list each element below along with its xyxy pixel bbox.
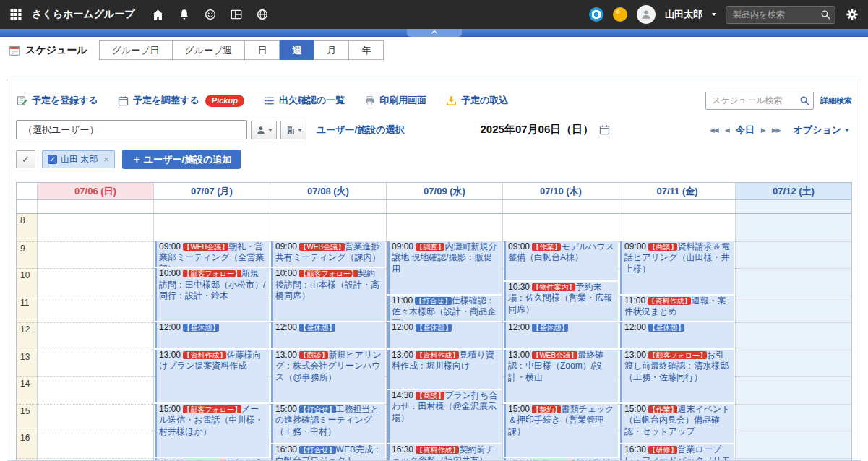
view-tab-4[interactable]: 月 — [314, 40, 349, 60]
event[interactable]: 12:00 【昼休憩】 — [504, 322, 618, 348]
time-slot[interactable] — [736, 268, 851, 296]
attendance-list-link[interactable]: 出欠確認の一覧 — [263, 94, 345, 107]
next-week-button[interactable]: ▶ — [761, 126, 765, 134]
user-picker-button[interactable] — [251, 121, 277, 139]
event[interactable]: 09:00 【作業】モデルハウス整備（白帆台A棟） — [504, 241, 618, 280]
chevron-down-icon[interactable] — [712, 13, 716, 16]
event[interactable]: 09:00 【調査】内灘町新規分譲地 現地確認/撮影：販促用 — [387, 241, 502, 294]
prev-month-button[interactable]: ◀◀ — [710, 126, 718, 134]
time-slot[interactable] — [38, 458, 153, 461]
next-month-button[interactable]: ▶▶ — [772, 126, 781, 134]
time-slot[interactable] — [38, 214, 153, 241]
advanced-search-link[interactable]: 詳細検索 — [820, 95, 852, 106]
allday-cell-3[interactable] — [386, 200, 502, 213]
user-facility-select-link[interactable]: ユーザー/施設の選択 — [317, 124, 405, 137]
event[interactable]: 10:00 【顧客フォロー】新規訪問：田中様邸（小松市）/同行：設計・鈴木 — [155, 268, 269, 321]
event[interactable]: 17:00 【資料作成】日報作成 — [155, 458, 269, 461]
time-slot[interactable] — [736, 350, 851, 377]
view-tab-0[interactable]: グループ日 — [99, 40, 173, 60]
event[interactable]: 10:00 【顧客フォロー】契約後訪問：山本様（設計・高橋同席） — [271, 268, 385, 321]
event[interactable]: 12:00 【昼休憩】 — [620, 322, 734, 348]
today-button[interactable]: 今日 — [736, 124, 755, 137]
service-blue-icon[interactable] — [589, 7, 603, 22]
event[interactable]: 16:30 【資料作成】契約前チェック資料（社内共有） — [387, 444, 502, 461]
time-slot[interactable] — [736, 322, 851, 350]
event[interactable]: 10:30 【物件案内】予約来場：佐久間様（営業・広報同席） — [504, 282, 618, 321]
time-slot[interactable] — [503, 214, 619, 241]
portal-layout-icon[interactable] — [230, 8, 243, 21]
time-slot[interactable] — [736, 404, 851, 431]
select-all-button[interactable]: ✓ — [16, 150, 35, 168]
day-header-4[interactable]: 07/10 (木) — [502, 183, 619, 199]
service-yellow-icon[interactable] — [613, 7, 627, 22]
time-slot[interactable] — [270, 214, 386, 241]
collapse-header-tab[interactable] — [407, 29, 462, 37]
allday-cell-0[interactable] — [37, 200, 153, 213]
time-slot[interactable] — [38, 322, 153, 350]
settings-gear-icon[interactable] — [845, 7, 859, 22]
close-icon[interactable]: × — [103, 154, 109, 165]
allday-cell-1[interactable] — [153, 200, 270, 213]
print-view-link[interactable]: 印刷用画面 — [364, 94, 426, 107]
event[interactable]: 17:00 【資料作成】契約資料整理 — [504, 458, 618, 461]
event[interactable]: 11:00 【打合せ】仕様確認：佐々木様邸（設計・商品企画） — [387, 296, 502, 322]
time-slot[interactable] — [38, 431, 153, 458]
day-header-0[interactable]: 07/06 (日) — [37, 183, 153, 199]
user-select-dropdown[interactable]: （選択ユーザー） — [16, 120, 247, 139]
view-tab-5[interactable]: 年 — [349, 40, 384, 60]
calendar-picker-icon[interactable] — [598, 124, 611, 136]
emoji-smile-icon[interactable] — [204, 8, 217, 21]
event[interactable]: 12:00 【昼休憩】 — [271, 322, 385, 348]
event[interactable]: 15:00 【契約】書類チェック＆押印手続き（営業管理課） — [504, 404, 618, 457]
allday-cell-2[interactable] — [270, 200, 386, 213]
allday-cell-4[interactable] — [502, 200, 619, 213]
event[interactable]: 12:00 【昼休憩】 — [387, 322, 502, 348]
member-checkbox[interactable]: ✓ — [48, 155, 57, 164]
time-slot[interactable] — [38, 350, 153, 377]
globe-icon[interactable] — [256, 8, 269, 21]
app-launcher-icon[interactable] — [9, 7, 23, 22]
time-slot[interactable] — [387, 214, 502, 241]
search-icon[interactable] — [799, 95, 810, 106]
event[interactable]: 13:00 【商談】新規ヒアリング：株式会社グリーンハウス（@事務所） — [271, 350, 385, 402]
event[interactable]: 14:30 【商談】プラン打ち合わせ：田村様（@金沢展示場） — [387, 390, 502, 443]
options-menu[interactable]: オプション — [793, 124, 849, 137]
time-slot[interactable] — [619, 214, 735, 241]
allday-cell-5[interactable] — [619, 200, 735, 213]
time-slot[interactable] — [736, 431, 851, 458]
allday-cell-6[interactable] — [735, 200, 851, 213]
event[interactable]: 16:30 【打合せ】WEB完成：白帆台プロジェクト — [271, 444, 385, 461]
event[interactable]: 15:00 【打合せ】工務担当との進捗確認ミーティング（工務・中村） — [271, 404, 385, 443]
view-tab-2[interactable]: 日 — [245, 40, 280, 60]
time-slot[interactable] — [154, 214, 270, 241]
event[interactable]: 11:00 【資料作成】週報・案件状況まとめ — [620, 296, 734, 322]
register-event-link[interactable]: 予定を登録する — [16, 94, 98, 107]
day-header-6[interactable]: 07/12 (土) — [735, 183, 851, 199]
schedule-search-input[interactable] — [705, 92, 814, 110]
day-header-1[interactable]: 07/07 (月) — [153, 183, 270, 199]
user-name[interactable]: 山田太郎 — [665, 8, 702, 21]
time-slot[interactable] — [736, 214, 851, 241]
time-slot[interactable] — [736, 376, 851, 404]
event[interactable]: 13:00 【資料作成】見積り資料作成：堀川様向け — [387, 350, 502, 389]
day-header-5[interactable]: 07/11 (金) — [619, 183, 735, 199]
event[interactable]: 15:00 【作業】週末イベント（白帆台内見会）備品確認・セットアップ — [620, 404, 734, 443]
view-tab-3[interactable]: 週 — [280, 40, 314, 60]
search-icon[interactable] — [820, 9, 831, 20]
import-events-link[interactable]: 予定の取込 — [445, 94, 508, 107]
time-slot[interactable] — [736, 458, 851, 461]
home-icon[interactable] — [151, 8, 165, 22]
time-slot[interactable] — [38, 296, 153, 323]
time-slot[interactable] — [736, 241, 851, 269]
event[interactable]: 09:00 【WEB会議】朝礼・営業部ミーティング（全営業部） — [155, 241, 269, 267]
time-slot[interactable] — [736, 296, 851, 323]
event[interactable]: 13:00 【顧客フォロー】お引渡し前最終確認：清水様邸（工務・佐藤同行） — [620, 350, 734, 402]
event[interactable]: 09:00 【商談】資料請求＆電話ヒアリング（山田様・井上様） — [620, 241, 734, 294]
prev-week-button[interactable]: ◀ — [725, 126, 729, 134]
time-slot[interactable] — [38, 268, 153, 296]
event[interactable]: 13:00 【資料作成】佐藤様向けプラン提案資料作成 — [155, 350, 269, 402]
facility-picker-button[interactable] — [280, 121, 306, 139]
event[interactable]: 09:00 【WEB会議】営業進捗共有ミーティング（課内） — [271, 241, 385, 267]
event[interactable]: 13:00 【WEB会議】最終確認：中田様（Zoom）/設計・横山 — [504, 350, 618, 402]
day-header-2[interactable]: 07/08 (火) — [270, 183, 386, 199]
